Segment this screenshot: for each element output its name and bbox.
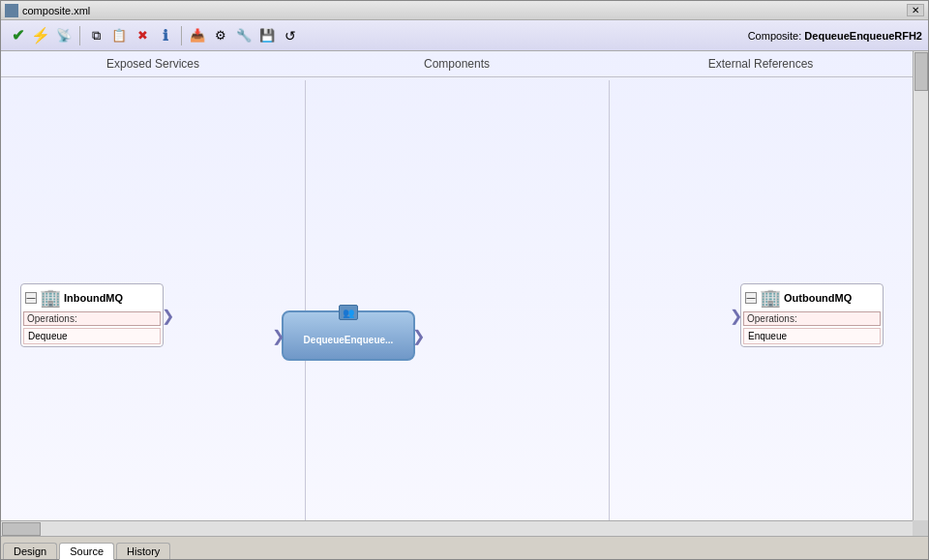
vertical-scrollbar-thumb[interactable] — [914, 52, 928, 91]
diagram-canvas: — 🏢 InboundMQ Operations: Dequeue ❯ ❯ ❯ — [1, 80, 913, 520]
tab-design[interactable]: Design — [3, 543, 57, 559]
info-button[interactable]: ℹ — [155, 25, 176, 46]
toolbar-sep-2 — [181, 26, 182, 45]
inbound-port-right: ❯ — [162, 307, 174, 325]
node-inbound[interactable]: — 🏢 InboundMQ Operations: Dequeue ❯ — [20, 283, 164, 347]
toolbar-sep-1 — [79, 26, 80, 45]
validate-button[interactable]: ✔ — [7, 25, 28, 46]
bottom-tabs: Design Source History — [1, 536, 928, 559]
config1-button[interactable]: ⚙ — [210, 25, 231, 46]
main-window: composite.xml ✕ ✔ ⚡ 📡 ⧉ 📋 ✖ ℹ 📥 ⚙ — [0, 0, 929, 560]
tab-history[interactable]: History — [116, 543, 170, 559]
composite-label: Composite: DequeueEnqueueRFH2 — [748, 30, 922, 42]
column-divider-1 — [305, 80, 306, 520]
col-header-components: Components — [305, 51, 609, 76]
center-port-right: ❯ — [412, 327, 425, 345]
inbound-header: — 🏢 InboundMQ — [21, 284, 163, 311]
outbound-collapse-btn[interactable]: — — [745, 292, 757, 304]
title-bar: composite.xml ✕ — [1, 1, 928, 20]
outbound-icon: 🏢 — [760, 287, 781, 309]
center-people-icon: 👥 — [343, 308, 354, 318]
broadcast-button[interactable]: 📡 — [53, 25, 75, 46]
delete-button[interactable]: ✖ — [132, 25, 153, 46]
tab-source[interactable]: Source — [59, 543, 114, 560]
import-button[interactable]: 📥 — [187, 25, 208, 46]
composite-name: DequeueEnqueueRFH2 — [804, 30, 922, 42]
inbound-title: InboundMQ — [64, 292, 123, 304]
column-headers: Exposed Services Components External Ref… — [1, 51, 913, 77]
center-top-icon: 👥 — [339, 305, 358, 320]
canvas-container[interactable]: Exposed Services Components External Ref… — [1, 51, 928, 536]
col-header-external: External References — [609, 51, 913, 76]
horizontal-scrollbar-thumb[interactable] — [2, 522, 41, 536]
horizontal-scrollbar[interactable] — [1, 520, 913, 536]
run-button[interactable]: ⚡ — [30, 25, 51, 46]
inbound-ops-label: Operations: — [23, 311, 161, 326]
scrollbar-corner — [913, 520, 928, 536]
window-icon — [5, 4, 18, 17]
col-header-exposed: Exposed Services — [1, 51, 305, 76]
paste-button[interactable]: 📋 — [108, 25, 130, 46]
center-port-left: ❯ — [272, 327, 285, 345]
connector-svg — [1, 80, 291, 225]
save-button[interactable]: 💾 — [256, 25, 278, 46]
vertical-scrollbar[interactable] — [913, 51, 928, 520]
center-title: DequeueEnqueue... — [304, 335, 394, 345]
column-divider-2 — [609, 80, 610, 520]
inbound-collapse-btn[interactable]: — — [25, 292, 37, 304]
config2-button[interactable]: 🔧 — [233, 25, 255, 46]
window-title: composite.xml — [22, 5, 907, 16]
inbound-op-item[interactable]: Dequeue — [23, 328, 161, 344]
refresh-button[interactable]: ↺ — [280, 25, 301, 46]
toolbar: ✔ ⚡ 📡 ⧉ 📋 ✖ ℹ 📥 ⚙ 🔧 💾 — [1, 20, 928, 51]
main-area: Exposed Services Components External Ref… — [1, 51, 928, 536]
close-button[interactable]: ✕ — [907, 4, 924, 16]
copy-button[interactable]: ⧉ — [85, 25, 106, 46]
inbound-icon: 🏢 — [40, 287, 61, 309]
outbound-op-item[interactable]: Enqueue — [743, 328, 881, 344]
node-outbound[interactable]: — 🏢 OutboundMQ Operations: Enqueue ❯ — [740, 283, 884, 347]
outbound-port-left: ❯ — [730, 307, 742, 325]
outbound-ops-label: Operations: — [743, 311, 881, 326]
outbound-header: — 🏢 OutboundMQ — [741, 284, 883, 311]
node-center[interactable]: ❯ ❯ 👥 DequeueEnqueue... — [282, 310, 415, 361]
outbound-title: OutboundMQ — [784, 292, 852, 304]
